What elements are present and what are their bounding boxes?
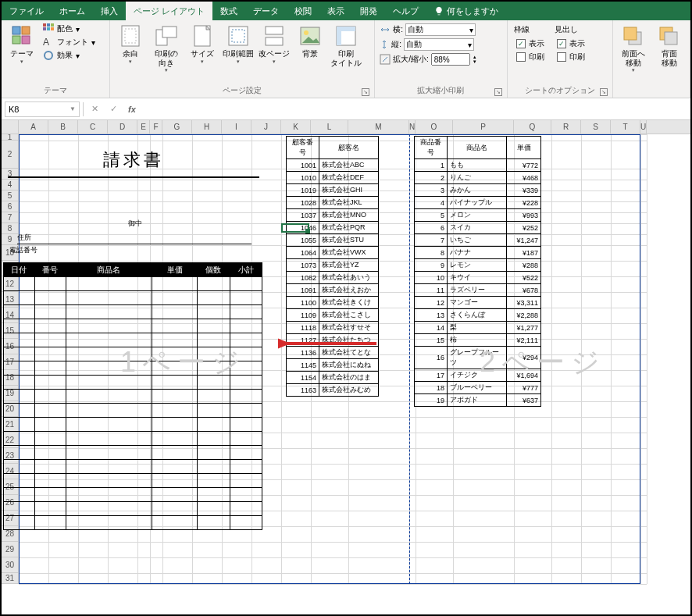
row-header[interactable]: 7 [2, 212, 19, 223]
theme-colors-button[interactable]: 配色▾ [41, 23, 98, 35]
invoice-cell[interactable] [66, 277, 152, 291]
invoice-cell[interactable] [152, 474, 198, 488]
column-header[interactable]: N [409, 120, 416, 134]
invoice-cell[interactable] [230, 361, 262, 376]
invoice-cell[interactable] [66, 361, 152, 376]
invoice-cell[interactable] [198, 333, 230, 347]
invoice-cell[interactable] [66, 446, 152, 460]
invoice-cell[interactable] [152, 305, 198, 319]
table-row[interactable]: 1064株式会社VWX [287, 247, 379, 259]
invoice-cell[interactable] [4, 460, 35, 474]
themes-button[interactable]: テーマ ▾ [5, 23, 39, 66]
invoice-cell[interactable] [34, 376, 66, 390]
tab-review[interactable]: 校閲 [287, 2, 319, 20]
send-backward-button[interactable]: 背面 移動 [652, 23, 687, 69]
invoice-cell[interactable] [152, 432, 198, 446]
table-row[interactable]: 17イチジク¥1,694 [415, 369, 541, 382]
invoice-cell[interactable] [198, 488, 230, 502]
invoice-cell[interactable] [4, 305, 35, 319]
invoice-cell[interactable] [34, 277, 66, 291]
page-setup-dialog-launcher[interactable]: ↘ [362, 88, 369, 96]
invoice-cell[interactable] [66, 418, 152, 432]
tab-home[interactable]: ホーム [52, 2, 93, 20]
scale-down-button[interactable]: ▼ [473, 59, 477, 64]
table-row[interactable]: 10キウイ¥522 [415, 272, 541, 284]
table-row[interactable]: 1109株式会社こさし [287, 309, 379, 322]
invoice-cell[interactable] [34, 432, 66, 446]
invoice-cell[interactable] [4, 319, 35, 333]
invoice-cell[interactable] [198, 432, 230, 446]
invoice-cell[interactable] [66, 390, 152, 404]
invoice-cell[interactable] [34, 333, 66, 347]
invoice-cell[interactable] [4, 418, 35, 432]
column-header[interactable]: A [19, 120, 48, 134]
table-row[interactable]: 7いちご¥1,247 [415, 234, 541, 247]
tab-formulas[interactable]: 数式 [212, 2, 245, 20]
invoice-cell[interactable] [230, 432, 262, 446]
column-header[interactable]: H [192, 120, 222, 134]
invoice-cell[interactable] [230, 488, 262, 502]
tab-developer[interactable]: 開発 [352, 2, 385, 20]
invoice-cell[interactable] [152, 390, 198, 404]
column-header[interactable]: B [48, 120, 78, 134]
column-header[interactable]: F [150, 120, 162, 134]
gridlines-show-checkbox[interactable]: ✓表示 [514, 37, 547, 50]
table-row[interactable]: 14梨¥1,277 [415, 322, 541, 334]
invoice-cell[interactable] [152, 347, 198, 361]
invoice-cell[interactable] [66, 333, 152, 347]
table-row[interactable]: 13さくらんぼ¥2,288 [415, 309, 541, 322]
tab-page-layout[interactable]: ページ レイアウト [126, 2, 212, 20]
invoice-cell[interactable] [66, 376, 152, 390]
column-header[interactable]: M [348, 120, 409, 134]
invoice-cell[interactable] [198, 376, 230, 390]
table-row[interactable]: 1091株式会社えおか [287, 284, 379, 297]
column-header[interactable]: S [581, 120, 611, 134]
table-row[interactable]: 18ブルーベリー¥777 [415, 382, 541, 394]
table-row[interactable]: 11ラズベリー¥678 [415, 284, 541, 297]
table-row[interactable]: 1136株式会社てとな [287, 347, 379, 359]
invoice-cell[interactable] [66, 404, 152, 418]
tab-help[interactable]: ヘルプ [385, 2, 426, 20]
invoice-cell[interactable] [34, 319, 66, 333]
theme-effects-button[interactable]: 効果▾ [41, 49, 98, 62]
scale-width-select[interactable]: 自動▾ [405, 23, 476, 36]
size-button[interactable]: サイズ▾ [185, 23, 219, 66]
invoice-cell[interactable] [4, 502, 35, 516]
column-header[interactable]: P [453, 120, 514, 134]
column-header[interactable]: R [551, 120, 581, 134]
column-header[interactable]: E [137, 120, 150, 134]
invoice-cell[interactable] [230, 291, 262, 305]
table-row[interactable]: 1163株式会社みむめ [287, 384, 379, 397]
invoice-cell[interactable] [198, 291, 230, 305]
column-header[interactable]: T [611, 120, 640, 134]
margins-button[interactable]: 余白▾ [113, 23, 148, 66]
invoice-cell[interactable] [66, 502, 152, 516]
invoice-cell[interactable] [152, 404, 198, 418]
invoice-cell[interactable] [66, 319, 152, 333]
table-row[interactable]: 1046株式会社PQR [287, 222, 379, 234]
table-row[interactable]: 1100株式会社きくけ [287, 297, 379, 309]
invoice-cell[interactable] [152, 291, 198, 305]
invoice-cell[interactable] [152, 418, 198, 432]
scale-percent-input[interactable] [431, 53, 470, 66]
table-row[interactable]: 9レモン¥288 [415, 259, 541, 272]
invoice-cell[interactable] [198, 319, 230, 333]
tab-file[interactable]: ファイル [2, 2, 52, 20]
invoice-cell[interactable] [152, 502, 198, 516]
invoice-cell[interactable] [4, 277, 35, 291]
invoice-cell[interactable] [4, 446, 35, 460]
invoice-cell[interactable] [34, 446, 66, 460]
table-row[interactable]: 1145株式会社にぬね [287, 359, 379, 372]
invoice-cell[interactable] [230, 516, 262, 530]
invoice-cell[interactable] [4, 432, 35, 446]
insert-function-button[interactable]: fx [124, 101, 140, 117]
invoice-cell[interactable] [34, 418, 66, 432]
invoice-cell[interactable] [152, 460, 198, 474]
invoice-cell[interactable] [34, 291, 66, 305]
invoice-cell[interactable] [152, 319, 198, 333]
invoice-cell[interactable] [152, 277, 198, 291]
invoice-cell[interactable] [198, 390, 230, 404]
table-row[interactable]: 19アボガド¥637 [415, 394, 541, 407]
invoice-cell[interactable] [66, 432, 152, 446]
headings-print-checkbox[interactable]: 印刷 [555, 51, 587, 63]
